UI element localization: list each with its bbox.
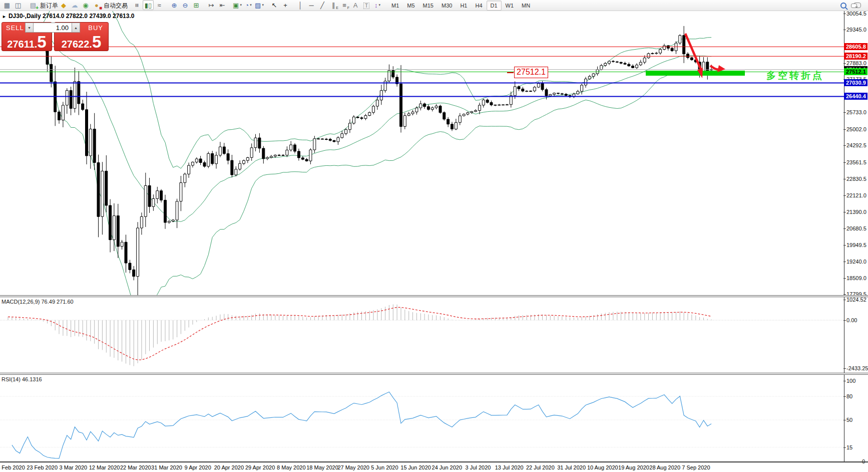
toolbar: ▦◫▤+新订单◆☁◉●■自动交易≡▮▯≈⊕⊖⊞↦⇤▣▾◔▾▨▾↖+│─╱∥E≡F… [0, 0, 868, 11]
price-axis [844, 11, 868, 461]
time-axis-separator [0, 461, 868, 462]
time-axis: 3 Feb 202023 Feb 20203 Mar 202012 Mar 20… [0, 462, 868, 472]
volume-increment-button[interactable]: ▲ [72, 23, 80, 33]
one-click-trading-panel: SELL 27611.5 BUY 27622.5 ▼ 1.00 ▲ [2, 22, 109, 51]
rsi-indicator-label: RSI(14) 46.1316 [2, 376, 42, 382]
tile-windows-icon[interactable]: ⊞ [191, 0, 202, 10]
macd-indicator-label: MACD(12,26,9) 76.49 271.60 [2, 299, 74, 305]
chart-canvas[interactable] [0, 0, 868, 472]
date-label: 23 Feb 2020 [27, 464, 58, 470]
date-label: 19 Aug 2020 [618, 464, 649, 470]
timeframe-w1[interactable]: W1 [502, 1, 518, 11]
chart-title-text: DJ30-,Daily 27614.0 27822.0 27439.0 2761… [9, 13, 135, 20]
date-label: 12 Mar 2020 [89, 464, 120, 470]
text-label-icon[interactable]: T [361, 1, 372, 11]
mql5-community-icon[interactable]: ☁ [69, 0, 80, 10]
volume-decrement-button[interactable]: ▼ [25, 23, 34, 33]
chart-marker-icon: ► [2, 14, 7, 19]
timeframe-d1[interactable]: D1 [487, 1, 502, 11]
date-label: 3 Mar 2020 [60, 464, 88, 470]
new-order-button[interactable]: ▤+ [28, 0, 39, 10]
equidistant-channel-icon[interactable]: ∥E [328, 0, 339, 10]
periods-icon-dropdown[interactable]: ▾ [250, 3, 252, 7]
date-label: 9 Apr 2020 [185, 464, 211, 470]
date-label: 24 Jun 2020 [432, 464, 463, 470]
fibonacci-icon[interactable]: ≡F [339, 0, 350, 10]
chart-shift-icon[interactable]: ↦ [206, 0, 217, 10]
new-chart-icon-dropdown[interactable]: ▾ [240, 3, 242, 7]
data-window-icon[interactable]: ◫ [13, 0, 24, 10]
price-callout-annotation[interactable]: 27512.1 [514, 67, 548, 78]
date-label: 29 Apr 2020 [245, 464, 275, 470]
market-watch-icon[interactable]: ▦ [2, 0, 13, 10]
date-label: 13 Jul 2020 [495, 464, 524, 470]
auto-scroll-icon[interactable]: ⇤ [217, 0, 228, 10]
date-label: 22 Mar 2020 [120, 464, 151, 470]
templates-icon-dropdown[interactable]: ▾ [262, 3, 264, 7]
trendline-icon[interactable]: ╱ [317, 0, 328, 10]
timeframe-m15[interactable]: M15 [419, 1, 438, 11]
zoom-out-icon[interactable]: ⊖ [180, 0, 191, 10]
macd-panel-separator[interactable] [0, 295, 868, 297]
arrows-tool-icon[interactable]: ↕▾ [372, 0, 383, 10]
zoom-in-icon[interactable]: ⊕ [169, 0, 180, 10]
arrows-tool-icon-dropdown[interactable]: ▾ [378, 3, 380, 7]
text-icon[interactable]: A [350, 0, 361, 10]
new-chart-icon[interactable]: ▣▾ [232, 0, 243, 10]
date-label: 27 May 2020 [337, 464, 369, 470]
volume-input[interactable]: 1.00 [34, 23, 72, 33]
chat-icon[interactable] [853, 3, 861, 8]
bar-chart-icon[interactable]: ≡ [132, 0, 143, 10]
vertical-line-icon[interactable]: │ [295, 0, 306, 10]
line-chart-icon[interactable]: ≈ [154, 0, 165, 10]
date-label: 8 May 2020 [277, 464, 305, 470]
date-label: 20 Apr 2020 [214, 464, 244, 470]
date-label: 15 Jun 2020 [400, 464, 431, 470]
buy-price: 27622.5 [55, 35, 108, 50]
buy-label: BUY [88, 24, 103, 32]
date-label: 10 Aug 2020 [587, 464, 618, 470]
date-label: 7 Sep 2020 [682, 464, 710, 470]
sell-label: SELL [6, 24, 24, 32]
templates-icon[interactable]: ▨▾ [254, 0, 265, 10]
date-label: 31 Jul 2020 [557, 464, 586, 470]
price-callout-dash [507, 72, 514, 73]
cursor-icon[interactable]: ↖ [269, 0, 280, 10]
signals-icon[interactable]: ◉ [80, 0, 91, 10]
new-order-button-label[interactable]: 新订单 [40, 2, 58, 9]
date-label: 3 Jul 2020 [466, 464, 491, 470]
timeframe-m1[interactable]: M1 [387, 1, 403, 11]
timeframe-mn[interactable]: MN [518, 1, 534, 11]
timeframe-m5[interactable]: M5 [403, 1, 418, 11]
horizontal-line-icon[interactable]: ─ [306, 0, 317, 10]
crosshair-icon[interactable]: + [280, 0, 291, 10]
pivot-point-annotation[interactable]: 多空转折点 [766, 69, 824, 82]
date-label: 31 Mar 2020 [151, 464, 182, 470]
periods-icon[interactable]: ◔▾ [243, 0, 254, 10]
date-label: 3 Feb 2020 [0, 464, 25, 470]
autotrading-button[interactable]: ●■ [91, 0, 102, 10]
rsi-panel-separator[interactable] [0, 373, 868, 375]
candlestick-chart-icon[interactable]: ▮▯ [143, 0, 154, 10]
autotrading-button-label[interactable]: 自动交易 [104, 2, 128, 9]
timeframe-m30[interactable]: M30 [438, 1, 456, 11]
date-label: 28 Aug 2020 [649, 464, 680, 470]
chart-title: ►DJ30-,Daily 27614.0 27822.0 27439.0 276… [2, 13, 134, 20]
timeframe-h4[interactable]: H4 [471, 1, 486, 11]
date-label: 22 Jul 2020 [526, 464, 555, 470]
date-label: 18 May 2020 [306, 464, 338, 470]
market-icon[interactable]: ◆ [58, 0, 69, 10]
date-label: 5 Jun 2020 [371, 464, 398, 470]
search-icon[interactable] [840, 3, 846, 9]
sell-price: 27611.5 [2, 35, 52, 50]
timeframe-h1[interactable]: H1 [456, 1, 471, 11]
